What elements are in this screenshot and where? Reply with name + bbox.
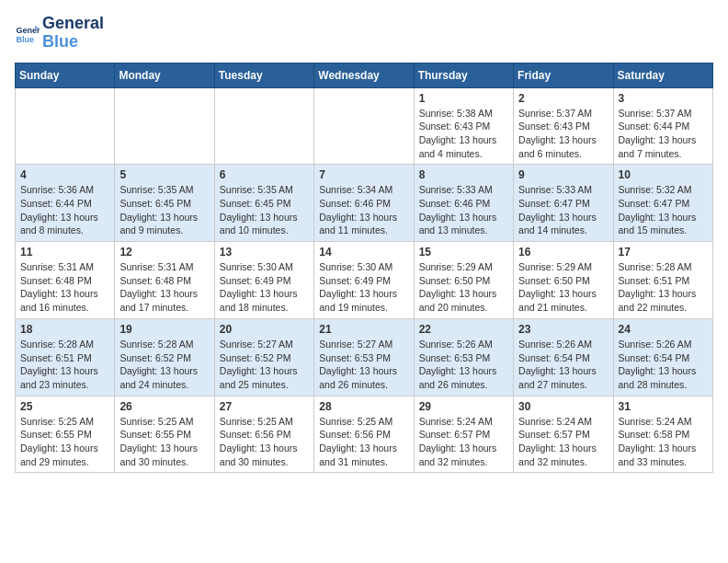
day-number: 15 <box>419 246 508 259</box>
day-number: 26 <box>119 400 209 413</box>
calendar-cell: 4Sunrise: 5:36 AMSunset: 6:44 PMDaylight… <box>16 165 115 242</box>
day-number: 11 <box>20 246 109 259</box>
calendar-cell <box>16 87 115 165</box>
day-info: Sunrise: 5:28 AMSunset: 6:51 PMDaylight:… <box>619 260 708 315</box>
day-number: 18 <box>20 323 109 336</box>
calendar-cell: 22Sunrise: 5:26 AMSunset: 6:53 PMDayligh… <box>414 318 513 396</box>
calendar-week-4: 18Sunrise: 5:28 AMSunset: 6:51 PMDayligh… <box>16 318 713 396</box>
day-number: 14 <box>319 246 408 259</box>
calendar-cell <box>115 87 214 165</box>
day-number: 31 <box>619 400 708 413</box>
day-info: Sunrise: 5:27 AMSunset: 6:53 PMDaylight:… <box>319 338 408 392</box>
calendar-cell: 6Sunrise: 5:35 AMSunset: 6:45 PMDaylight… <box>214 165 313 242</box>
calendar-cell: 24Sunrise: 5:26 AMSunset: 6:54 PMDayligh… <box>613 318 712 396</box>
day-info: Sunrise: 5:25 AMSunset: 6:56 PMDaylight:… <box>319 415 408 469</box>
day-number: 4 <box>20 168 109 181</box>
calendar-cell: 9Sunrise: 5:33 AMSunset: 6:47 PMDaylight… <box>514 165 613 242</box>
calendar-cell: 23Sunrise: 5:26 AMSunset: 6:54 PMDayligh… <box>514 318 613 396</box>
day-info: Sunrise: 5:25 AMSunset: 6:56 PMDaylight:… <box>220 415 309 469</box>
day-info: Sunrise: 5:30 AMSunset: 6:49 PMDaylight:… <box>319 260 408 315</box>
calendar-cell: 26Sunrise: 5:25 AMSunset: 6:55 PMDayligh… <box>115 396 214 473</box>
day-number: 5 <box>119 168 209 181</box>
weekday-header-thursday: Thursday <box>414 63 513 87</box>
day-info: Sunrise: 5:37 AMSunset: 6:44 PMDaylight:… <box>619 107 708 161</box>
calendar-cell: 29Sunrise: 5:24 AMSunset: 6:57 PMDayligh… <box>414 396 513 473</box>
logo-icon: General Blue <box>15 20 40 46</box>
calendar-cell: 25Sunrise: 5:25 AMSunset: 6:55 PMDayligh… <box>16 396 115 473</box>
day-info: Sunrise: 5:24 AMSunset: 6:57 PMDaylight:… <box>518 415 608 469</box>
calendar-week-1: 1Sunrise: 5:38 AMSunset: 6:43 PMDaylight… <box>16 87 713 165</box>
day-number: 28 <box>319 400 408 413</box>
day-number: 25 <box>20 400 109 413</box>
day-info: Sunrise: 5:27 AMSunset: 6:52 PMDaylight:… <box>220 338 309 392</box>
day-info: Sunrise: 5:34 AMSunset: 6:46 PMDaylight:… <box>319 183 408 237</box>
weekday-header-wednesday: Wednesday <box>314 63 414 87</box>
day-info: Sunrise: 5:29 AMSunset: 6:50 PMDaylight:… <box>518 260 608 315</box>
calendar-cell: 10Sunrise: 5:32 AMSunset: 6:47 PMDayligh… <box>613 165 712 242</box>
calendar-cell: 19Sunrise: 5:28 AMSunset: 6:52 PMDayligh… <box>115 318 214 396</box>
calendar-cell: 12Sunrise: 5:31 AMSunset: 6:48 PMDayligh… <box>115 242 214 319</box>
calendar-cell: 13Sunrise: 5:30 AMSunset: 6:49 PMDayligh… <box>214 242 313 319</box>
day-number: 9 <box>518 168 608 181</box>
day-info: Sunrise: 5:38 AMSunset: 6:43 PMDaylight:… <box>419 107 508 161</box>
day-number: 7 <box>319 168 408 181</box>
logo-text: General Blue <box>42 15 104 52</box>
day-info: Sunrise: 5:31 AMSunset: 6:48 PMDaylight:… <box>20 260 109 315</box>
calendar-cell: 17Sunrise: 5:28 AMSunset: 6:51 PMDayligh… <box>613 242 712 319</box>
day-number: 6 <box>220 168 309 181</box>
day-number: 29 <box>419 400 508 413</box>
day-number: 27 <box>220 400 309 413</box>
day-number: 3 <box>619 92 708 105</box>
calendar-cell: 7Sunrise: 5:34 AMSunset: 6:46 PMDaylight… <box>314 165 414 242</box>
day-info: Sunrise: 5:36 AMSunset: 6:44 PMDaylight:… <box>20 183 109 237</box>
day-number: 19 <box>119 323 209 336</box>
calendar-cell: 18Sunrise: 5:28 AMSunset: 6:51 PMDayligh… <box>16 318 115 396</box>
calendar-cell: 2Sunrise: 5:37 AMSunset: 6:43 PMDaylight… <box>514 87 613 165</box>
calendar-cell: 5Sunrise: 5:35 AMSunset: 6:45 PMDaylight… <box>115 165 214 242</box>
day-info: Sunrise: 5:24 AMSunset: 6:58 PMDaylight:… <box>619 415 708 469</box>
calendar-week-3: 11Sunrise: 5:31 AMSunset: 6:48 PMDayligh… <box>16 242 713 319</box>
day-info: Sunrise: 5:35 AMSunset: 6:45 PMDaylight:… <box>119 183 209 237</box>
weekday-header-sunday: Sunday <box>16 63 115 87</box>
calendar-cell: 20Sunrise: 5:27 AMSunset: 6:52 PMDayligh… <box>214 318 313 396</box>
day-info: Sunrise: 5:29 AMSunset: 6:50 PMDaylight:… <box>419 260 508 315</box>
day-number: 30 <box>518 400 608 413</box>
day-number: 10 <box>619 168 708 181</box>
calendar-cell <box>314 87 414 165</box>
calendar-cell: 16Sunrise: 5:29 AMSunset: 6:50 PMDayligh… <box>514 242 613 319</box>
day-info: Sunrise: 5:25 AMSunset: 6:55 PMDaylight:… <box>20 415 109 469</box>
svg-text:Blue: Blue <box>16 35 34 44</box>
day-number: 8 <box>419 168 508 181</box>
weekday-header-friday: Friday <box>514 63 613 87</box>
day-info: Sunrise: 5:33 AMSunset: 6:47 PMDaylight:… <box>518 183 608 237</box>
day-info: Sunrise: 5:25 AMSunset: 6:55 PMDaylight:… <box>119 415 209 469</box>
day-number: 23 <box>518 323 608 336</box>
day-info: Sunrise: 5:37 AMSunset: 6:43 PMDaylight:… <box>518 107 608 161</box>
calendar-week-5: 25Sunrise: 5:25 AMSunset: 6:55 PMDayligh… <box>16 396 713 473</box>
day-number: 2 <box>518 92 608 105</box>
day-info: Sunrise: 5:26 AMSunset: 6:53 PMDaylight:… <box>419 338 508 392</box>
calendar-cell <box>214 87 313 165</box>
day-number: 13 <box>220 246 309 259</box>
weekday-header-monday: Monday <box>115 63 214 87</box>
day-info: Sunrise: 5:28 AMSunset: 6:51 PMDaylight:… <box>20 338 109 392</box>
day-number: 24 <box>619 323 708 336</box>
weekday-header-tuesday: Tuesday <box>214 63 313 87</box>
calendar-cell: 30Sunrise: 5:24 AMSunset: 6:57 PMDayligh… <box>514 396 613 473</box>
weekday-header-saturday: Saturday <box>613 63 712 87</box>
day-number: 17 <box>619 246 708 259</box>
day-info: Sunrise: 5:26 AMSunset: 6:54 PMDaylight:… <box>619 338 708 392</box>
calendar: SundayMondayTuesdayWednesdayThursdayFrid… <box>15 63 713 474</box>
calendar-cell: 15Sunrise: 5:29 AMSunset: 6:50 PMDayligh… <box>414 242 513 319</box>
day-info: Sunrise: 5:28 AMSunset: 6:52 PMDaylight:… <box>119 338 209 392</box>
calendar-cell: 8Sunrise: 5:33 AMSunset: 6:46 PMDaylight… <box>414 165 513 242</box>
day-info: Sunrise: 5:35 AMSunset: 6:45 PMDaylight:… <box>220 183 309 237</box>
calendar-cell: 11Sunrise: 5:31 AMSunset: 6:48 PMDayligh… <box>16 242 115 319</box>
day-info: Sunrise: 5:31 AMSunset: 6:48 PMDaylight:… <box>119 260 209 315</box>
day-number: 12 <box>119 246 209 259</box>
calendar-cell: 31Sunrise: 5:24 AMSunset: 6:58 PMDayligh… <box>613 396 712 473</box>
calendar-cell: 1Sunrise: 5:38 AMSunset: 6:43 PMDaylight… <box>414 87 513 165</box>
day-info: Sunrise: 5:32 AMSunset: 6:47 PMDaylight:… <box>619 183 708 237</box>
day-number: 16 <box>518 246 608 259</box>
calendar-header-row: SundayMondayTuesdayWednesdayThursdayFrid… <box>16 63 713 87</box>
